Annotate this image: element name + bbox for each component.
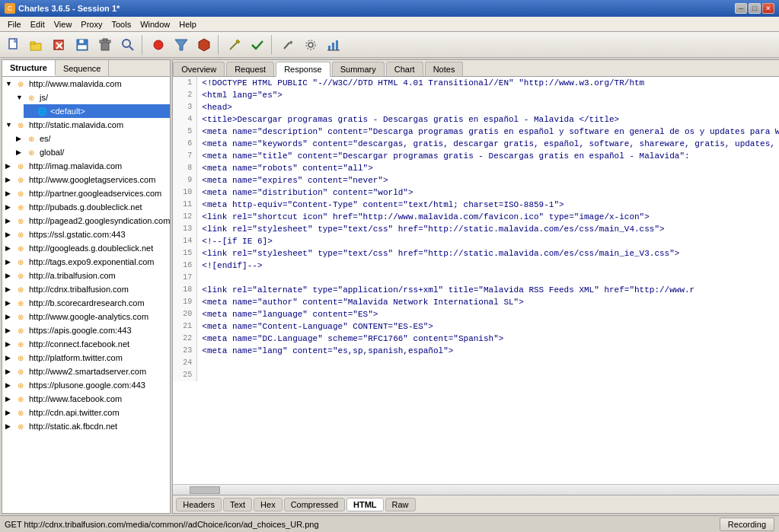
toggle-twitter-platform[interactable]: ▶: [5, 354, 14, 362]
tab-response[interactable]: Response: [276, 62, 330, 77]
tab-compressed[interactable]: Compressed: [284, 498, 345, 511]
settings-button[interactable]: [300, 34, 321, 56]
tree-item-facebook-connect[interactable]: ▶ ⊕ http://connect.facebook.net: [2, 337, 170, 351]
open-button[interactable]: [26, 34, 47, 56]
tab-sequence[interactable]: Sequence: [56, 60, 110, 76]
toggle-ssl-gstatic[interactable]: ▶: [5, 231, 14, 238]
tab-hex[interactable]: Hex: [254, 498, 283, 511]
folder-icon-facebook: ⊕: [14, 393, 27, 404]
menu-file[interactable]: File: [3, 18, 26, 30]
menu-view[interactable]: View: [49, 18, 77, 30]
tree-item-imag[interactable]: ▶ ⊕ http://imag.malavida.com: [2, 159, 170, 173]
tree-item-pubads[interactable]: ▶ ⊕ http://pubads.g.doubleclick.net: [2, 200, 170, 214]
delete-button[interactable]: [94, 34, 116, 56]
toggle-es[interactable]: ▶: [16, 135, 25, 142]
menu-edit[interactable]: Edit: [26, 18, 49, 30]
tab-headers[interactable]: Headers: [176, 498, 222, 511]
tree-item-global[interactable]: ▶ ⊕ global/: [13, 145, 170, 159]
close-button[interactable]: ✕: [762, 3, 774, 14]
line-text: <meta name="title" content="Descargar pr…: [197, 150, 689, 162]
stop-button[interactable]: [193, 34, 215, 56]
tree-item-googletagservices[interactable]: ▶ ⊕ http://www.googletagservices.com: [2, 173, 170, 186]
tree-label-tribalfusion-cdn: http://cdnx.tribalfusion.com: [29, 285, 129, 294]
tree-item-static[interactable]: ▼ ⊕ http://static.malavida.com: [2, 118, 170, 132]
tree-item-tags-expo[interactable]: ▶ ⊕ http://tags.expo9.exponential.com: [2, 255, 170, 269]
maximize-button[interactable]: □: [749, 3, 761, 14]
minimize-button[interactable]: ─: [735, 3, 747, 14]
tree-item-cdn-twitter[interactable]: ▶ ⊕ http://cdn.api.twitter.com: [2, 406, 170, 419]
tab-text[interactable]: Text: [223, 498, 252, 511]
tree-item-smartadserver[interactable]: ▶ ⊕ http://www2.smartadserver.com: [2, 365, 170, 378]
tree-item-pagead[interactable]: ▶ ⊕ http://pagead2.googlesyndication.com: [2, 214, 170, 228]
toggle-js[interactable]: ▼: [16, 94, 25, 101]
tab-raw[interactable]: Raw: [385, 498, 416, 511]
tree-item-partner[interactable]: ▶ ⊕ http://partner.googleadservices.com: [2, 186, 170, 200]
horizontal-scrollbar[interactable]: [173, 484, 779, 495]
toggle-malavida[interactable]: ▼: [5, 80, 14, 88]
folder-icon-partner: ⊕: [14, 188, 27, 199]
line-text: <meta name="distribution" content="world…: [197, 186, 413, 199]
tab-request[interactable]: Request: [226, 62, 274, 76]
check-button[interactable]: [247, 34, 268, 56]
toggle-global[interactable]: ▶: [16, 148, 25, 156]
tree-item-google-analytics[interactable]: ▶ ⊕ http://www.google-analytics.com: [2, 310, 170, 323]
toggle-partner[interactable]: ▶: [5, 190, 14, 197]
menu-proxy[interactable]: Proxy: [76, 18, 107, 30]
toggle-static[interactable]: ▼: [5, 121, 14, 129]
toggle-imag[interactable]: ▶: [5, 162, 14, 170]
tab-overview[interactable]: Overview: [173, 62, 225, 76]
find-button[interactable]: [117, 34, 139, 56]
edit-button[interactable]: [224, 34, 245, 56]
toggle-pagead[interactable]: ▶: [5, 217, 14, 225]
toggle-apis-google[interactable]: ▶: [5, 327, 14, 334]
code-view[interactable]: 1<!DOCTYPE HTML PUBLIC "-//W3C//DTD HTML…: [173, 77, 779, 484]
tree-item-tribalfusion-a[interactable]: ▶ ⊕ http://a.tribalfusion.com: [2, 269, 170, 282]
menu-window[interactable]: Window: [136, 18, 174, 30]
toggle-googleads[interactable]: ▶: [5, 244, 14, 252]
toggle-fbcdn[interactable]: ▶: [5, 422, 14, 430]
tree-item-js[interactable]: ▼ ⊕ js/: [13, 91, 170, 104]
toggle-tribalfusion-a[interactable]: ▶: [5, 272, 14, 279]
tree-item-apis-google[interactable]: ▶ ⊕ https://apis.google.com:443: [2, 323, 170, 337]
menu-tools[interactable]: Tools: [107, 18, 136, 30]
toggle-googletagservices[interactable]: ▶: [5, 176, 14, 183]
toggle-tags-expo[interactable]: ▶: [5, 258, 14, 266]
tree-item-tribalfusion-cdn[interactable]: ▶ ⊕ http://cdnx.tribalfusion.com: [2, 282, 170, 296]
toggle-plusone-google[interactable]: ▶: [5, 381, 14, 389]
toggle-facebook-connect[interactable]: ▶: [5, 340, 14, 348]
tree-item-malavida[interactable]: ▼ ⊕ http://www.malavida.com: [2, 77, 170, 91]
tab-chart[interactable]: Chart: [386, 62, 423, 76]
tree-item-facebook[interactable]: ▶ ⊕ http://www.facebook.com: [2, 392, 170, 406]
filter-button[interactable]: [171, 34, 192, 56]
tab-structure[interactable]: Structure: [2, 60, 56, 76]
tab-notes[interactable]: Notes: [425, 62, 464, 76]
chart-tool-button[interactable]: [323, 34, 344, 56]
tree-container[interactable]: ▼ ⊕ http://www.malavida.com ▼ ⊕ js/ 🌐: [2, 77, 170, 513]
tree-item-twitter-platform[interactable]: ▶ ⊕ http://platform.twitter.com: [2, 351, 170, 365]
close-session-button[interactable]: [49, 34, 70, 56]
record-button[interactable]: [148, 34, 169, 56]
tree-item-googleads[interactable]: ▶ ⊕ http://googleads.g.doubleclick.net: [2, 241, 170, 255]
toggle-cdn-twitter[interactable]: ▶: [5, 409, 14, 416]
toggle-google-analytics[interactable]: ▶: [5, 313, 14, 320]
tab-summary[interactable]: Summary: [332, 62, 385, 76]
toggle-smartadserver[interactable]: ▶: [5, 368, 14, 375]
tab-html[interactable]: HTML: [346, 498, 384, 511]
tree-item-plusone-google[interactable]: ▶ ⊕ https://plusone.google.com:443: [2, 378, 170, 392]
tools-button[interactable]: [277, 34, 299, 56]
code-line: 19<meta name="author" content="Malavida …: [173, 296, 779, 308]
tree-item-default[interactable]: 🌐 <default>: [24, 104, 170, 118]
save-button[interactable]: [72, 34, 93, 56]
recording-button[interactable]: Recording: [720, 518, 774, 531]
toggle-tribalfusion-cdn[interactable]: ▶: [5, 285, 14, 293]
toggle-facebook[interactable]: ▶: [5, 395, 14, 403]
menu-help[interactable]: Help: [174, 18, 201, 30]
tree-label-pagead: http://pagead2.googlesyndication.com: [29, 216, 170, 225]
toggle-scorecard[interactable]: ▶: [5, 299, 14, 307]
tree-item-es[interactable]: ▶ ⊕ es/: [13, 132, 170, 145]
new-button[interactable]: [3, 34, 24, 56]
tree-item-fbcdn[interactable]: ▶ ⊕ http://static.ak.fbcdn.net: [2, 419, 170, 433]
tree-item-scorecard[interactable]: ▶ ⊕ http://b.scorecardresearch.com: [2, 296, 170, 310]
toggle-pubads[interactable]: ▶: [5, 203, 14, 211]
tree-item-ssl-gstatic[interactable]: ▶ ⊕ https://ssl.gstatic.com:443: [2, 228, 170, 241]
